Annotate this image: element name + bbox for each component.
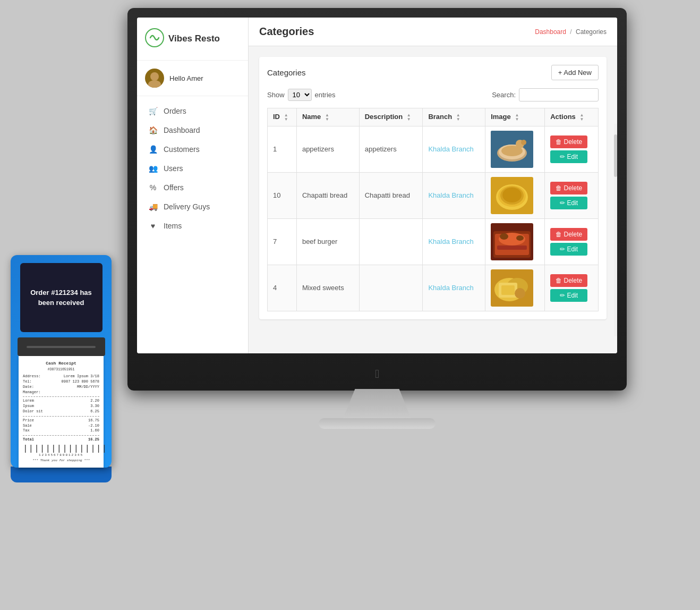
cell-branch: Khalda Branch xyxy=(423,265,485,311)
branch-link[interactable]: Khalda Branch xyxy=(428,238,473,245)
sidebar-item-offers[interactable]: % Offers xyxy=(137,178,248,197)
table-row: 7 beef burger Khalda Branch xyxy=(268,218,599,265)
cell-name: Chapatti bread xyxy=(296,172,359,218)
pos-device: Order #121234 has been received Cash Rec… xyxy=(11,255,117,553)
breadcrumb-current: Categories xyxy=(576,28,607,36)
cell-id: 4 xyxy=(268,265,297,311)
cell-description xyxy=(359,218,423,265)
svg-rect-25 xyxy=(501,285,515,295)
col-header-actions[interactable]: Actions ▲▼ xyxy=(545,108,599,126)
breadcrumb-separator: / xyxy=(570,28,571,36)
sidebar-item-orders[interactable]: 🛒 Orders xyxy=(137,101,248,121)
col-header-name[interactable]: Name ▲▼ xyxy=(296,108,359,126)
svg-point-19 xyxy=(516,235,524,241)
printer-slot xyxy=(27,346,96,348)
svg-point-18 xyxy=(500,233,508,240)
user-greeting: Hello Amer xyxy=(169,74,203,82)
svg-point-26 xyxy=(515,288,525,299)
col-header-description[interactable]: Description ▲▼ xyxy=(359,108,423,126)
show-label: Show xyxy=(267,91,285,99)
receipt-number: #387311651951 xyxy=(23,367,99,372)
table-row: 4 Mixed sweets Khalda Branch xyxy=(268,265,599,311)
content-area: Categories + Add New Show 10 25 50 xyxy=(249,46,617,330)
page-title: Categories xyxy=(259,26,314,38)
sidebar-label-offers: Offers xyxy=(164,183,184,192)
cell-description: Chapatti bread xyxy=(359,172,423,218)
user-area: Hello Amer xyxy=(137,61,248,96)
svg-rect-20 xyxy=(497,245,527,250)
col-header-branch[interactable]: Branch ▲▼ xyxy=(423,108,485,126)
cell-id: 7 xyxy=(268,218,297,265)
branch-link[interactable]: Khalda Branch xyxy=(428,284,473,292)
edit-button[interactable]: ✏ Edit xyxy=(550,243,587,256)
add-new-label: + Add New xyxy=(558,69,592,77)
add-new-button[interactable]: + Add New xyxy=(551,65,599,80)
breadcrumb: Dashboard / Categories xyxy=(535,28,607,36)
branch-link[interactable]: Khalda Branch xyxy=(428,145,473,153)
svg-point-1 xyxy=(150,72,159,81)
cell-branch: Khalda Branch xyxy=(423,126,485,172)
col-header-id[interactable]: ID ▲▼ xyxy=(268,108,297,126)
pos-screen: Order #121234 has been received xyxy=(20,263,103,332)
delete-button[interactable]: 🗑 Delete xyxy=(550,274,587,287)
sidebar-item-customers[interactable]: 👤 Customers xyxy=(137,140,248,159)
receipt-footer: *** Thank you for shopping *** xyxy=(23,459,99,463)
nav-list: 🛒 Orders 🏠 Dashboard 👤 Customers 👥 Users… xyxy=(137,96,248,241)
cell-name: beef burger xyxy=(296,218,359,265)
edit-button[interactable]: ✏ Edit xyxy=(550,289,587,302)
person-icon: 👤 xyxy=(148,145,158,154)
sidebar: Vibes Resto Hello Amer 🛒 Orders 🏠 xyxy=(137,18,249,353)
cell-actions: 🗑 Delete ✏ Edit xyxy=(545,172,599,218)
pos-body: Order #121234 has been received Cash Rec… xyxy=(11,255,112,468)
edit-button[interactable]: ✏ Edit xyxy=(550,197,587,209)
cell-image xyxy=(485,218,545,265)
delete-button[interactable]: 🗑 Delete xyxy=(550,135,587,148)
cell-name: Mixed sweets xyxy=(296,265,359,311)
sidebar-label-users: Users xyxy=(164,164,183,173)
entries-select[interactable]: 10 25 50 xyxy=(288,89,312,101)
table-row: 1 appetizers appetizers Khalda Branch xyxy=(268,126,599,172)
card-title: Categories xyxy=(267,68,306,77)
main-content: Categories Dashboard / Categories Catego… xyxy=(249,18,617,353)
show-entries: Show 10 25 50 entries xyxy=(267,89,336,101)
avatar xyxy=(145,69,164,88)
home-icon: 🏠 xyxy=(148,126,158,134)
search-input[interactable] xyxy=(519,88,599,101)
pos-bottom xyxy=(11,467,112,482)
card-header: Categories + Add New xyxy=(267,65,599,80)
search-label: Search: xyxy=(492,91,516,99)
sidebar-item-dashboard[interactable]: 🏠 Dashboard xyxy=(137,121,248,140)
apple-logo:  xyxy=(375,367,379,381)
delete-button[interactable]: 🗑 Delete xyxy=(550,182,587,194)
cell-branch: Khalda Branch xyxy=(423,218,485,265)
cell-image xyxy=(485,265,545,311)
app-name: Vibes Resto xyxy=(168,33,220,44)
cell-id: 10 xyxy=(268,172,297,218)
cell-id: 1 xyxy=(268,126,297,172)
edit-button[interactable]: ✏ Edit xyxy=(550,150,587,163)
sidebar-item-items[interactable]: ♥ Items xyxy=(137,216,248,235)
sidebar-label-items: Items xyxy=(164,222,182,230)
sidebar-label-orders: Orders xyxy=(164,107,186,115)
logo-area: Vibes Resto xyxy=(137,18,248,61)
logo-icon xyxy=(145,28,164,49)
users-icon: 👥 xyxy=(148,164,158,173)
percent-icon: % xyxy=(148,183,158,192)
delete-button[interactable]: 🗑 Delete xyxy=(550,228,587,241)
sidebar-item-users[interactable]: 👥 Users xyxy=(137,159,248,178)
sidebar-item-delivery[interactable]: 🚚 Delivery Guys xyxy=(137,197,248,216)
main-header: Categories Dashboard / Categories xyxy=(249,18,617,46)
cell-image xyxy=(485,126,545,172)
pos-printer xyxy=(18,337,105,356)
categories-table: ID ▲▼ Name ▲▼ Description ▲▼ Branch ▲▼ xyxy=(267,108,599,311)
truck-icon: 🚚 xyxy=(148,202,158,211)
heart-icon: ♥ xyxy=(148,222,158,230)
col-header-image[interactable]: Image ▲▼ xyxy=(485,108,545,126)
breadcrumb-dashboard[interactable]: Dashboard xyxy=(535,28,566,36)
receipt-title: Cash Receipt xyxy=(23,360,99,366)
cell-branch: Khalda Branch xyxy=(423,172,485,218)
branch-link[interactable]: Khalda Branch xyxy=(428,191,473,199)
receipt-area: Cash Receipt #387311651951 Address:Lorem… xyxy=(19,356,104,468)
search-area: Search: xyxy=(492,88,599,101)
cell-description xyxy=(359,265,423,311)
